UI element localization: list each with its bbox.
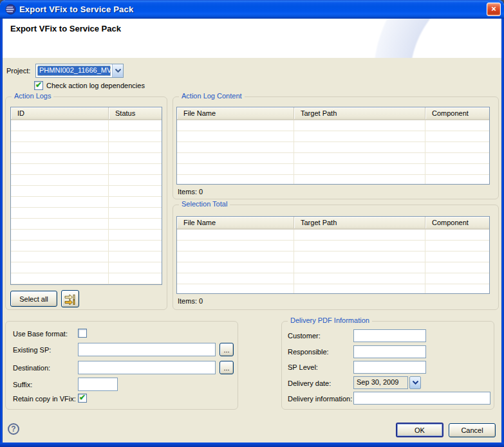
window-border-right bbox=[501, 19, 504, 447]
close-button[interactable]: × bbox=[487, 3, 501, 16]
dialog-window: Export VFix to Service Pack × Export VFi… bbox=[0, 0, 504, 447]
project-combo-value: PHMNI002_11666_MVX bbox=[37, 66, 111, 76]
suffix-label: Suffix: bbox=[13, 381, 32, 388]
destination-label: Destination: bbox=[13, 364, 50, 372]
column-header-target-path-2[interactable]: Target Path bbox=[294, 217, 425, 228]
delivery-pdf-title: Delivery PDF Information bbox=[288, 316, 372, 324]
action-logs-table[interactable]: ID Status bbox=[10, 107, 162, 285]
responsible-label: Responsible: bbox=[288, 348, 329, 356]
help-button[interactable]: ? bbox=[8, 423, 19, 435]
selection-total-table[interactable]: File Name Target Path Component bbox=[176, 216, 490, 294]
selection-total-table-header: File Name Target Path Component bbox=[177, 217, 489, 230]
chevron-down-icon bbox=[413, 381, 418, 385]
retain-copy-label: Retain copy in VFix: bbox=[13, 395, 76, 403]
cancel-button[interactable]: Cancel bbox=[449, 423, 496, 437]
suffix-input[interactable] bbox=[78, 378, 118, 391]
action-logs-table-body[interactable] bbox=[11, 120, 162, 284]
customer-input[interactable] bbox=[353, 329, 426, 342]
page-title: Export VFix to Service Pack bbox=[10, 24, 121, 33]
destination-input[interactable] bbox=[78, 361, 216, 374]
existing-sp-browse-button[interactable]: ... bbox=[219, 343, 234, 356]
sp-level-input[interactable] bbox=[353, 361, 426, 374]
delivery-information-label: Delivery information: bbox=[288, 395, 352, 403]
existing-sp-label: Existing SP: bbox=[13, 346, 51, 354]
action-logs-table-header: ID Status bbox=[11, 107, 162, 120]
export-selected-button[interactable] bbox=[61, 290, 79, 307]
window-border-left bbox=[0, 19, 3, 447]
use-base-format-checkbox[interactable] bbox=[78, 329, 87, 338]
content-items-count: Items: 0 bbox=[178, 188, 203, 196]
column-header-target-path[interactable]: Target Path bbox=[294, 107, 425, 119]
delivery-date-label: Delivery date: bbox=[288, 379, 331, 387]
delivery-information-input[interactable] bbox=[353, 392, 490, 405]
column-header-status[interactable]: Status bbox=[109, 107, 162, 119]
action-log-content-table-header: File Name Target Path Component bbox=[177, 107, 489, 120]
window-title: Export VFix to Service Pack bbox=[19, 5, 133, 14]
existing-sp-input[interactable] bbox=[78, 343, 216, 356]
column-header-component-2[interactable]: Component bbox=[425, 217, 489, 228]
window-border-bottom bbox=[0, 442, 504, 447]
selection-items-count: Items: 0 bbox=[178, 297, 203, 305]
delivery-date-value[interactable]: Sep 30, 2009 bbox=[353, 376, 408, 389]
selection-total-table-body[interactable] bbox=[177, 230, 489, 293]
check-dependencies-checkbox[interactable] bbox=[34, 81, 43, 90]
customer-label: Customer: bbox=[288, 332, 321, 340]
ok-button[interactable]: OK bbox=[396, 423, 443, 437]
project-combo[interactable]: PHMNI002_11666_MVX bbox=[35, 64, 124, 78]
project-combo-arrow[interactable] bbox=[112, 64, 123, 77]
export-selected-arrows-icon bbox=[64, 293, 76, 305]
responsible-input[interactable] bbox=[353, 345, 426, 358]
sp-level-label: SP Level: bbox=[288, 363, 318, 371]
column-header-id[interactable]: ID bbox=[11, 107, 109, 119]
delivery-date-dropdown-button[interactable] bbox=[409, 376, 421, 389]
titlebar[interactable]: Export VFix to Service Pack × bbox=[0, 0, 504, 19]
action-log-content-table[interactable]: File Name Target Path Component bbox=[176, 107, 490, 185]
select-all-button[interactable]: Select all bbox=[10, 291, 57, 307]
project-label: Project: bbox=[6, 67, 30, 75]
check-dependencies-label: Check action log dependencies bbox=[46, 82, 145, 89]
column-header-file-name[interactable]: File Name bbox=[177, 107, 294, 119]
retain-copy-checkbox[interactable] bbox=[78, 394, 87, 403]
action-logs-title: Action Logs bbox=[12, 92, 53, 100]
eclipse-app-icon bbox=[5, 4, 16, 15]
action-log-content-table-body[interactable] bbox=[177, 120, 489, 184]
column-header-component[interactable]: Component bbox=[425, 107, 489, 119]
wizard-banner: Export VFix to Service Pack bbox=[3, 19, 501, 58]
chevron-down-icon bbox=[115, 69, 121, 73]
destination-browse-button[interactable]: ... bbox=[219, 361, 234, 374]
use-base-format-label: Use Base format: bbox=[13, 330, 68, 338]
action-log-content-title: Action Log Content bbox=[179, 92, 245, 100]
column-header-file-name-2[interactable]: File Name bbox=[177, 217, 294, 228]
selection-total-title: Selection Total bbox=[179, 200, 230, 208]
